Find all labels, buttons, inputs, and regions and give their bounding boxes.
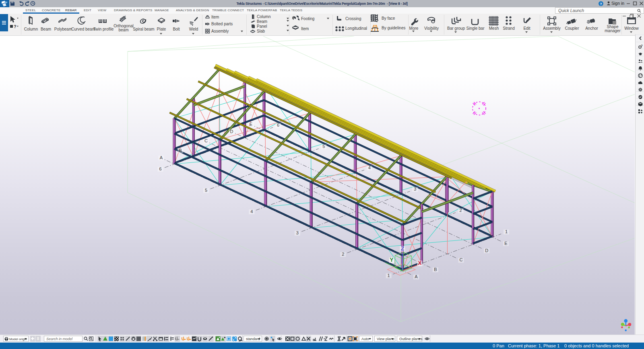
svg-text:4: 4 [368, 165, 371, 170]
svg-text:2: 2 [342, 252, 344, 257]
svg-text:D: D [485, 248, 488, 253]
svg-text:1: 1 [388, 273, 390, 278]
svg-text:1: 1 [505, 229, 508, 234]
svg-text:E: E [504, 241, 507, 246]
svg-text:B: B [434, 267, 437, 272]
svg-text:?: ? [600, 2, 602, 6]
svg-text:C: C [204, 138, 208, 143]
svg-text:6: 6 [277, 123, 279, 127]
svg-text:?: ? [641, 44, 643, 47]
svg-text:C: C [460, 257, 463, 262]
svg-text:A: A [415, 274, 418, 279]
svg-text:D: D [230, 129, 233, 134]
svg-text:X: X [418, 260, 422, 266]
svg-text:5: 5 [205, 188, 207, 193]
svg-text:A: A [160, 155, 163, 160]
svg-text:5: 5 [322, 144, 325, 149]
svg-text:B: B [179, 148, 182, 153]
svg-text:6: 6 [159, 166, 162, 171]
svg-text:E: E [250, 122, 252, 127]
svg-text:3: 3 [296, 230, 299, 235]
svg-text:Z: Z [401, 245, 405, 252]
svg-text:3: 3 [414, 187, 416, 191]
svg-text:2: 2 [460, 208, 462, 213]
svg-text:4: 4 [250, 209, 253, 214]
svg-text:Y: Y [390, 257, 394, 263]
